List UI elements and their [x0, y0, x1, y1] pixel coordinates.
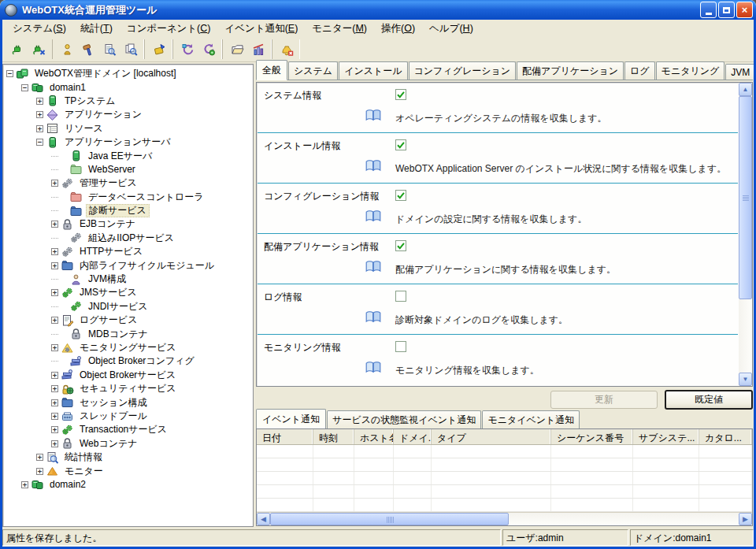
tree-node-label[interactable]: Object Brokerサービス — [77, 369, 178, 381]
collapse-icon[interactable]: − — [6, 70, 13, 77]
refresh-icon[interactable] — [178, 39, 198, 59]
menu-item-5[interactable]: 操作(O) — [374, 20, 422, 38]
default-value-button[interactable]: 既定値 — [665, 390, 753, 410]
tree-node-label[interactable]: domain1 — [47, 82, 88, 94]
tree-node-22[interactable]: +Object Brokerサービス — [3, 369, 253, 382]
tree-node-30[interactable]: +domain2 — [3, 478, 253, 492]
property-checkbox[interactable] — [395, 291, 406, 302]
tree-node-9[interactable]: データベースコントローラ — [3, 191, 253, 204]
expand-icon[interactable]: + — [51, 399, 58, 406]
expand-icon[interactable]: + — [51, 317, 58, 324]
expand-icon[interactable]: + — [36, 98, 43, 105]
tree-node-label[interactable]: JVM構成 — [86, 273, 128, 285]
tree-node-label[interactable]: 組込みIIOPサービス — [86, 232, 176, 244]
tab-6[interactable]: モニタリング — [656, 61, 725, 80]
event-tab-1[interactable]: サービスの状態監視イベント通知 — [327, 410, 481, 428]
tree-node-26[interactable]: +Transactionサービス — [3, 423, 253, 436]
property-checkbox[interactable] — [395, 341, 406, 352]
scroll-up-button[interactable]: ▲ — [739, 83, 752, 96]
tree-node-label[interactable]: モニタリングサービス — [77, 342, 179, 354]
menu-item-2[interactable]: コンポーネント(C) — [120, 20, 218, 38]
collapse-icon[interactable]: − — [21, 84, 28, 91]
tree-node-3[interactable]: +アプリケーション — [3, 108, 253, 121]
minimize-button[interactable] — [700, 2, 717, 18]
menu-item-6[interactable]: ヘルプ(H) — [422, 20, 480, 38]
vertical-scrollbar[interactable]: ▲ ▼ — [739, 83, 752, 386]
expand-icon[interactable]: + — [36, 111, 43, 118]
tree-node-label[interactable]: リソース — [62, 123, 106, 135]
tree-node-label[interactable]: アプリケーションサーバ — [62, 136, 173, 148]
tree-node-25[interactable]: +スレッドプール — [3, 410, 253, 423]
menu-item-4[interactable]: モニター(M) — [305, 20, 374, 38]
event-table-body[interactable] — [257, 445, 752, 512]
disconnect-icon[interactable] — [29, 39, 49, 59]
tree-node-7[interactable]: WebServer — [3, 163, 253, 176]
scroll-left-button[interactable]: ◀ — [257, 513, 270, 525]
expand-icon[interactable]: + — [51, 372, 58, 379]
tree-node-28[interactable]: +統計情報 — [3, 451, 253, 464]
tree-node-label[interactable]: ログサービス — [77, 314, 139, 326]
tree-node-18[interactable]: +ログサービス — [3, 313, 253, 327]
title-bar[interactable]: WebOTX統合運用管理ツール × — [0, 0, 756, 20]
menu-item-3[interactable]: イベント通知(E) — [217, 20, 305, 38]
close-button[interactable]: × — [736, 2, 753, 18]
horizontal-scrollbar[interactable]: ◀ ▶ — [257, 512, 752, 525]
build-icon[interactable] — [79, 39, 98, 59]
export-folder-icon[interactable] — [228, 39, 247, 59]
tree-node-label[interactable]: スレッドプール — [77, 410, 150, 422]
tree-node-label[interactable]: 内部ライフサイクルモジュール — [77, 260, 217, 272]
tree-node-label[interactable]: Webコンテナ — [77, 438, 140, 450]
tree-node-6[interactable]: Java EEサーバ — [3, 149, 253, 162]
tab-3[interactable]: コンフィグレーション — [409, 61, 517, 80]
menu-item-0[interactable]: システム(S) — [6, 20, 73, 38]
view-document-icon[interactable] — [100, 39, 120, 59]
tree-node-27[interactable]: +Webコンテナ — [3, 437, 253, 451]
expand-icon[interactable]: + — [51, 262, 58, 269]
expand-icon[interactable]: + — [51, 180, 58, 187]
tree-node-15[interactable]: JVM構成 — [3, 273, 253, 286]
connect-icon[interactable] — [8, 39, 28, 59]
tree-node-label[interactable]: WebServer — [86, 164, 138, 176]
tree-node-label[interactable]: セキュリティサービス — [77, 383, 179, 395]
expand-icon[interactable]: + — [51, 440, 58, 447]
tree-node-14[interactable]: +内部ライフサイクルモジュール — [3, 258, 253, 272]
property-checkbox[interactable] — [395, 190, 406, 201]
tree-node-19[interactable]: MDBコンテナ — [3, 327, 253, 340]
tree-node-10[interactable]: 診断サービス — [3, 204, 253, 217]
tree-node-label[interactable]: セッション構成 — [77, 397, 149, 409]
expand-icon[interactable]: + — [36, 125, 43, 132]
property-checkbox[interactable] — [395, 89, 406, 100]
column-header-7[interactable]: カタロ... — [699, 429, 752, 444]
event-tab-0[interactable]: イベント通知 — [256, 409, 326, 429]
tree-node-1[interactable]: −domain1 — [3, 80, 253, 94]
collapse-icon[interactable]: − — [36, 139, 43, 146]
tree-node-16[interactable]: +JMSサービス — [3, 286, 253, 299]
tree-node-5[interactable]: −アプリケーションサーバ — [3, 135, 253, 149]
expand-icon[interactable]: + — [51, 413, 58, 420]
tab-7[interactable]: JVM — [725, 64, 755, 80]
column-header-5[interactable]: シーケンス番号 — [551, 429, 633, 444]
tree-node-24[interactable]: +セッション構成 — [3, 395, 253, 409]
view-documents-icon[interactable] — [121, 39, 141, 59]
alert-clear-icon[interactable] — [277, 39, 297, 59]
property-checkbox[interactable] — [395, 139, 406, 150]
scroll-down-button[interactable]: ▼ — [739, 373, 752, 386]
tree-node-20[interactable]: +モニタリングサービス — [3, 341, 253, 354]
tree-node-17[interactable]: JNDIサービス — [3, 300, 253, 313]
tab-4[interactable]: 配備アプリケーション — [517, 61, 624, 80]
tree-node-11[interactable]: +EJBコンテナ — [3, 217, 253, 231]
expand-icon[interactable]: + — [51, 385, 58, 392]
tree-node-label[interactable]: JNDIサービス — [86, 301, 150, 313]
column-header-3[interactable]: ドメイ... — [394, 429, 432, 444]
tree-node-label[interactable]: 管理サービス — [77, 177, 139, 189]
column-header-1[interactable]: 時刻 — [313, 429, 354, 444]
tree-node-label[interactable]: TPシステム — [62, 95, 117, 107]
expand-icon[interactable]: + — [51, 344, 58, 351]
tree-node-label[interactable]: Transactionサービス — [77, 424, 169, 436]
tree-node-0[interactable]: −WebOTX管理ドメイン [localhost] — [3, 67, 253, 80]
tree-node-label[interactable]: HTTPサービス — [77, 246, 145, 258]
expand-icon[interactable]: + — [51, 426, 58, 433]
tree-node-23[interactable]: +セキュリティサービス — [3, 382, 253, 395]
column-header-0[interactable]: 日付 — [257, 429, 313, 444]
maximize-button[interactable] — [718, 2, 735, 18]
